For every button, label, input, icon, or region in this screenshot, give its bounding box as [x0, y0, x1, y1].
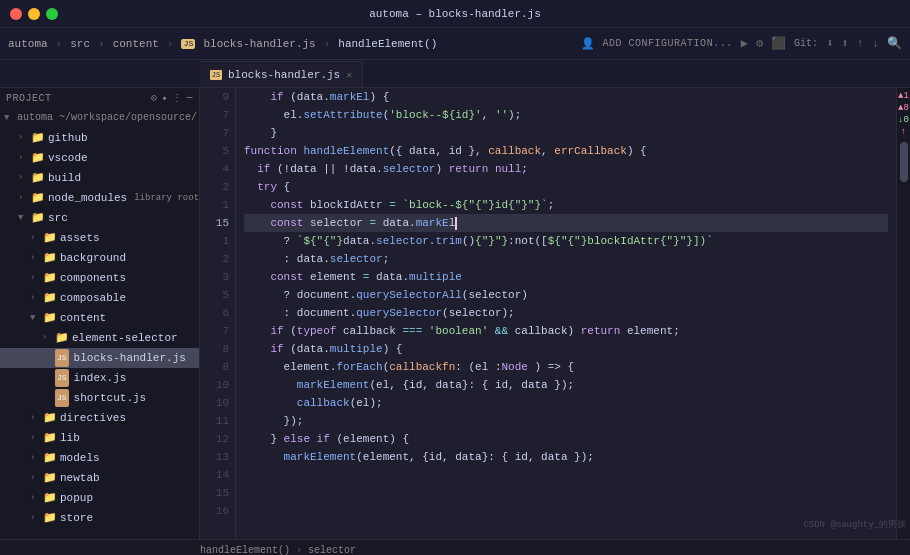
line-num-15b: 15	[200, 484, 229, 502]
git-down-icon[interactable]: ⬇	[826, 36, 833, 51]
shortcut-js-file-icon: JS	[55, 389, 69, 407]
sidebar-item-node-modules[interactable]: › 📁 node_modules library root	[0, 188, 199, 208]
git-label: Git:	[794, 38, 818, 49]
bc-handle-element: handleElement()	[200, 545, 290, 555]
git-push-icon[interactable]: ↑	[857, 37, 864, 51]
src-chevron: ▼	[18, 209, 28, 227]
breadcrumb-src[interactable]: src	[70, 38, 90, 50]
sidebar-item-vscode[interactable]: › 📁 vscode	[0, 148, 199, 168]
sidebar-item-build[interactable]: › 📁 build	[0, 168, 199, 188]
line-num-5b: 5	[200, 286, 229, 304]
store-chevron: ›	[30, 509, 40, 527]
search-icon[interactable]: 🔍	[887, 36, 902, 51]
file-icon: JS	[181, 39, 195, 49]
sidebar-icon-1[interactable]: ⊙	[151, 92, 158, 104]
sidebar-item-background[interactable]: › 📁 background	[0, 248, 199, 268]
sidebar-item-popup[interactable]: › 📁 popup	[0, 488, 199, 508]
sidebar-item-components[interactable]: › 📁 components	[0, 268, 199, 288]
toolbar: automa › src › content › JS blocks-handl…	[0, 28, 910, 60]
lib-label: lib	[60, 429, 80, 447]
sidebar-item-blocks-handler[interactable]: › JS blocks-handler.js	[0, 348, 199, 368]
line-num-10b: 10	[200, 394, 229, 412]
git-fetch-icon[interactable]: ↓	[872, 37, 879, 51]
sidebar-root: ▼ automa ~/workspace/opensource/	[0, 108, 199, 128]
node-modules-label: node_modules	[48, 189, 127, 207]
breadcrumb-content[interactable]: content	[113, 38, 159, 50]
lib-chevron: ›	[30, 429, 40, 447]
sidebar-icon-4[interactable]: —	[186, 92, 193, 104]
sidebar-item-src[interactable]: ▼ 📁 src	[0, 208, 199, 228]
sidebar-item-composable[interactable]: › 📁 composable	[0, 288, 199, 308]
git-up-icon[interactable]: ⬆	[841, 36, 848, 51]
content-folder-icon: 📁	[43, 309, 57, 327]
line-num-2b: 2	[200, 250, 229, 268]
line-num-14: 14	[200, 466, 229, 484]
blocks-handler-file-icon: JS	[55, 349, 69, 367]
sidebar-item-github[interactable]: › 📁 github	[0, 128, 199, 148]
stop-icon[interactable]: ⬛	[771, 36, 786, 51]
node-modules-chevron: ›	[18, 189, 28, 207]
add-config-button[interactable]: ADD CONFIGURATION...	[603, 38, 733, 49]
code-line-18: if (data.multiple) {	[244, 340, 888, 358]
settings-icon[interactable]: ⚙	[756, 36, 763, 51]
github-folder-icon: 📁	[31, 129, 45, 147]
breadcrumb-file[interactable]: blocks-handler.js	[203, 38, 315, 50]
library-root-badge: library root	[134, 189, 199, 207]
build-chevron: ›	[18, 169, 28, 187]
models-folder-icon: 📁	[43, 449, 57, 467]
sidebar-item-shortcut-js[interactable]: › JS shortcut.js	[0, 388, 199, 408]
background-chevron: ›	[30, 249, 40, 267]
sidebar-icon-3[interactable]: ⋮	[172, 92, 183, 104]
bc-selector: selector	[308, 545, 356, 555]
editor: 9 7 7 5 4 2 1 15 1 2 3 5 6 7 8 8 10 10 1…	[200, 88, 910, 539]
sidebar-item-assets[interactable]: › 📁 assets	[0, 228, 199, 248]
scrollbar[interactable]: ▲1 ▲8 ↓0 ↑	[896, 88, 910, 539]
breadcrumb-function[interactable]: handleElement()	[338, 38, 437, 50]
newtab-chevron: ›	[30, 469, 40, 487]
line-num-15: 15	[200, 214, 229, 232]
code-content[interactable]: if (data.markEl) { el.setAttribute('bloc…	[236, 88, 896, 539]
sidebar-item-newtab[interactable]: › 📁 newtab	[0, 468, 199, 488]
components-chevron: ›	[30, 269, 40, 287]
run-icon[interactable]: ▶	[741, 36, 748, 51]
sidebar-item-lib[interactable]: › 📁 lib	[0, 428, 199, 448]
assets-label: assets	[60, 229, 100, 247]
sidebar-title: Project	[6, 93, 52, 104]
sidebar-header: Project ⊙ ✦ ⋮ —	[0, 88, 199, 108]
sidebar-item-store[interactable]: › 📁 store	[0, 508, 199, 528]
tab-close-icon[interactable]: ✕	[346, 69, 352, 81]
window-controls	[10, 8, 58, 20]
code-line-8: const selector = data.markEl	[244, 214, 888, 232]
code-line-24: markElement(element, {id, data}: { id, d…	[244, 448, 888, 466]
src-folder-icon: 📁	[31, 209, 45, 227]
code-line-7: const blockIdAttr = `block--${"{"}id{"}"…	[244, 196, 888, 214]
vscode-chevron: ›	[18, 149, 28, 167]
components-folder-icon: 📁	[43, 269, 57, 287]
close-button[interactable]	[10, 8, 22, 20]
tab-blocks-handler[interactable]: JS blocks-handler.js ✕	[200, 61, 363, 87]
store-folder-icon: 📁	[43, 509, 57, 527]
sidebar-item-element-selector[interactable]: › 📁 element-selector	[0, 328, 199, 348]
sidebar-item-content[interactable]: ▼ 📁 content	[0, 308, 199, 328]
github-chevron: ›	[18, 129, 28, 147]
directives-chevron: ›	[30, 409, 40, 427]
maximize-button[interactable]	[46, 8, 58, 20]
assets-folder-icon: 📁	[43, 229, 57, 247]
components-label: components	[60, 269, 126, 287]
code-line-13: ? document.querySelectorAll(selector)	[244, 286, 888, 304]
index-js-label: index.js	[74, 369, 127, 387]
line-num-9: 9	[200, 88, 229, 106]
scroll-warning-4: ↑	[901, 126, 906, 138]
scroll-thumb[interactable]	[900, 142, 908, 182]
background-label: background	[60, 249, 126, 267]
sidebar-item-index-js[interactable]: › JS index.js	[0, 368, 199, 388]
code-line-10: : data.selector;	[244, 250, 888, 268]
line-num-8a: 8	[200, 340, 229, 358]
sidebar-item-models[interactable]: › 📁 models	[0, 448, 199, 468]
sidebar-item-directives[interactable]: › 📁 directives	[0, 408, 199, 428]
code-line-1: if (data.markEl) {	[244, 88, 888, 106]
sidebar-icon-2[interactable]: ✦	[161, 92, 168, 104]
minimize-button[interactable]	[28, 8, 40, 20]
sidebar: Project ⊙ ✦ ⋮ — ▼ automa ~/workspace/ope…	[0, 88, 200, 539]
breadcrumb-automa[interactable]: automa	[8, 38, 48, 50]
